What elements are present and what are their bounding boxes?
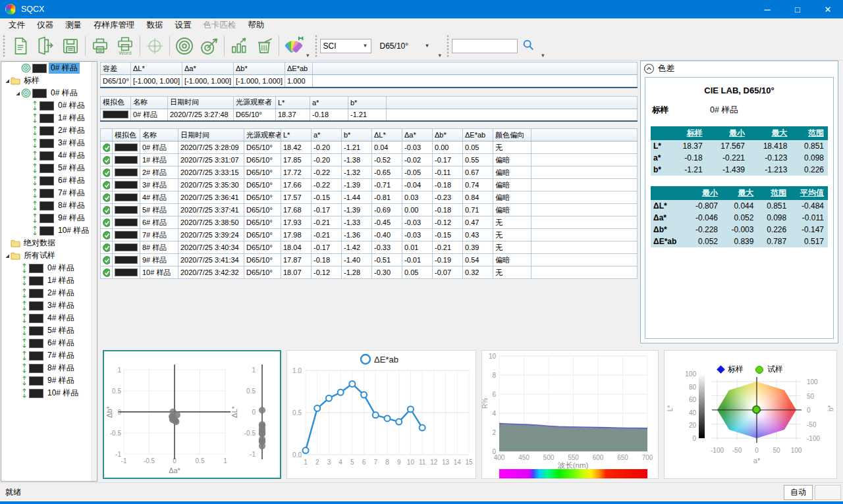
tree-item-6#样品[interactable]: 6# 样品 [1,337,97,349]
tree-item-0#样品[interactable]: 0# 样品 [1,62,97,74]
tree-item-4#样品[interactable]: 4# 样品 [1,149,97,162]
svg-text:R%: R% [482,398,489,409]
menu-测量[interactable]: 测量 [59,18,88,32]
menu-存样库管理[interactable]: 存样库管理 [88,18,141,32]
menu-文件[interactable]: 文件 [3,18,31,32]
tree-item-1#样品[interactable]: 1# 样品 [1,112,97,124]
export-document-icon [36,36,55,56]
svg-text:10: 10 [489,353,497,360]
sample-row-5#样品[interactable]: 5# 样品2020/7/25 3:37:41D65/10°17.68-0.17-… [101,204,638,216]
print-word-button[interactable]: Word [113,34,138,59]
tree-item-0#样品[interactable]: 0# 样品 [1,99,97,112]
sample-arrows-icon [32,101,38,111]
pass-check-icon [103,268,110,277]
auto-button[interactable]: 自动 [784,485,813,500]
svg-text:13: 13 [442,459,450,466]
toolbar-overflow-icon[interactable]: ▾ [439,52,442,59]
sci-mode-dropdown[interactable]: SCI▼ [320,39,371,53]
sample-arrows-icon [32,188,38,198]
tree-item-0#样品[interactable]: 0# 样品 [1,262,97,274]
svg-text:2: 2 [315,459,319,466]
tree-item-2#样品[interactable]: 2# 样品 [1,287,97,299]
minimize-button[interactable]: ─ [752,0,782,18]
application-window: SQCX ─□✕ 文件仪器测量存样库管理数据设置色卡匹检帮助 Word▾SCI▼… [0,0,843,504]
tree-item-5#样品[interactable]: 5# 样品 [1,324,97,337]
sample-arrows-icon [32,113,38,123]
tree-item-9#样品[interactable]: 9# 样品 [1,374,97,387]
svg-text:14: 14 [454,459,462,466]
calibration-target-button[interactable] [142,34,167,59]
tree-item-4#样品[interactable]: 4# 样品 [1,312,97,324]
color-swatch [40,226,54,236]
sample-row-6#样品[interactable]: 6# 样品2020/7/25 3:38:50D65/10°17.93-0.21-… [101,216,638,229]
delete-button[interactable] [252,34,277,59]
tree-item-9#样品[interactable]: 9# 样品 [1,212,97,224]
toolbar-overflow-icon[interactable]: ▾ [306,52,310,59]
sample-row-3#样品[interactable]: 3# 样品2020/7/25 3:35:30D65/10°17.66-0.22-… [101,179,638,191]
tree-item-10#样品[interactable]: 10# 样品 [1,387,97,399]
sample-row-4#样品[interactable]: 4# 样品2020/7/25 3:36:41D65/10°17.57-0.15-… [101,191,638,204]
color-swatch [103,111,128,118]
save-button[interactable] [58,34,83,59]
svg-text:6: 6 [362,459,366,466]
color-swatch [40,139,54,148]
sample-arrows-icon [32,138,38,148]
tree-item-3#样品[interactable]: 3# 样品 [1,137,97,149]
menu-设置[interactable]: 设置 [169,18,198,32]
color-swatch [29,326,43,336]
tree-item-6#样品[interactable]: 6# 样品 [1,174,97,187]
toolbar: Word▾SCI▼D65/10°▼▾▾ [0,32,843,61]
illuminant-dropdown[interactable]: D65/10°▼ [377,39,433,53]
toolbar-overflow-icon[interactable]: ▾ [541,52,545,59]
lab-statistics-table: 标样最小最大范围L*18.3717.56718.4180.851a*-0.18-… [651,126,828,176]
color-card-button[interactable] [281,34,306,59]
search-icon[interactable] [522,38,535,53]
color-swatch [40,176,54,186]
tree-item-绝对数据[interactable]: 绝对数据 [1,237,97,249]
expand-collapse-icon[interactable] [4,253,11,259]
sample-row-10#样品[interactable]: 10# 样品2020/7/25 3:42:32D65/10°18.07-0.12… [101,266,638,279]
tree-item-8#样品[interactable]: 8# 样品 [1,199,97,212]
tree-item-标样[interactable]: 标样 [1,74,97,87]
sample-row-8#样品[interactable]: 8# 样品2020/7/25 3:40:34D65/10°18.04-0.17-… [101,241,638,254]
tree-item-10#样品[interactable]: 10# 样品 [1,224,97,237]
expand-collapse-icon[interactable] [4,78,11,84]
sample-row-0#样品[interactable]: 0# 样品2020/7/25 3:28:09D65/10°18.42-0.20-… [101,141,638,154]
svg-text:-0.5: -0.5 [144,457,155,465]
sample-row-9#样品[interactable]: 9# 样品2020/7/25 3:41:34D65/10°17.87-0.18-… [101,254,638,266]
search-input[interactable] [452,39,518,53]
svg-text:1: 1 [223,457,227,465]
menu-帮助[interactable]: 帮助 [242,18,271,32]
expand-collapse-icon[interactable] [14,90,21,96]
tree-item-2#样品[interactable]: 2# 样品 [1,124,97,137]
tree-item-1#样品[interactable]: 1# 样品 [1,274,97,287]
menu-数据[interactable]: 数据 [141,18,169,32]
tree-item-7#样品[interactable]: 7# 样品 [1,349,97,362]
sample-row-2#样品[interactable]: 2# 样品2020/7/25 3:33:15D65/10°17.72-0.22-… [101,166,638,179]
sample-row-1#样品[interactable]: 1# 样品2020/7/25 3:31:07D65/10°17.85-0.20-… [101,154,638,166]
color-swatch [32,64,47,73]
print-button[interactable] [88,34,113,59]
sample-row-7#样品[interactable]: 7# 样品2020/7/25 3:39:24D65/10°17.98-0.21-… [101,229,638,241]
maximize-button[interactable]: □ [782,0,813,18]
toolbar-drag-handle[interactable] [2,35,6,57]
color-swatch [29,314,43,323]
close-button[interactable]: ✕ [813,0,843,18]
tree-item-5#样品[interactable]: 5# 样品 [1,162,97,174]
toolbar-drag-handle[interactable] [446,35,450,57]
tree-item-7#样品[interactable]: 7# 样品 [1,187,97,199]
svg-text:ΔE*ab: ΔE*ab [374,355,398,365]
tree-item-所有试样[interactable]: 所有试样 [1,249,97,262]
measure-standard-button[interactable] [172,34,197,59]
menu-仪器[interactable]: 仪器 [31,18,59,32]
tree-item-3#样品[interactable]: 3# 样品 [1,299,97,312]
new-document-button[interactable] [8,34,33,59]
export-document-button[interactable] [33,34,58,59]
toolbar-drag-handle[interactable] [314,35,318,57]
tree-scrollbar[interactable] [92,62,97,481]
tree-item-8#样品[interactable]: 8# 样品 [1,362,97,374]
collapse-chevron-icon[interactable] [643,63,655,74]
measure-sample-button[interactable] [197,34,222,59]
tree-item-0#样品[interactable]: 0# 样品 [1,87,97,99]
statistics-button[interactable] [227,34,252,59]
